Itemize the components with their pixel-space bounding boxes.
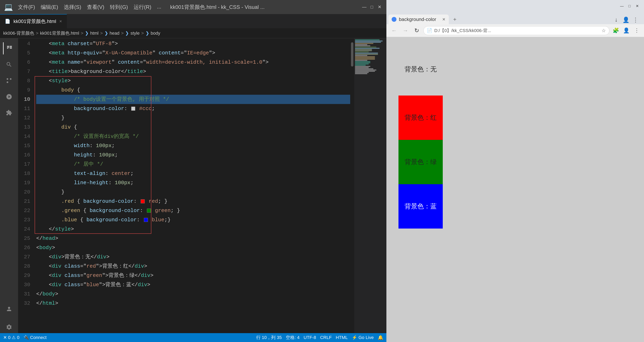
code-line-29: <div class="green">背景色：绿</div> [36, 271, 350, 280]
no-bg-label: 背景色：无 [404, 65, 437, 74]
code-line-8: <style> [36, 76, 350, 85]
browser-address-bar[interactable]: 📄 D:/【0】/kk_CSS/kk006-背... ☆ [424, 26, 610, 35]
breadcrumb-sep-2: > [81, 31, 83, 36]
spaces-text: 空格: 4 [286, 334, 300, 340]
browser-favicon [392, 17, 396, 22]
activity-account-icon[interactable] [3, 303, 15, 315]
menu-select[interactable]: 选择(S) [64, 4, 81, 11]
menu-file[interactable]: 文件(F) [18, 4, 35, 11]
menu-view[interactable]: 查看(V) [87, 4, 104, 11]
code-line-26: <body> [36, 243, 350, 252]
status-spaces[interactable]: 空格: 4 [286, 334, 300, 340]
status-connect[interactable]: 🔌 Connect [24, 335, 47, 340]
browser-refresh-button[interactable]: ↻ [412, 26, 421, 35]
browser-minimize-button[interactable]: — [619, 3, 625, 9]
browser-forward-button[interactable]: → [401, 26, 410, 35]
window-controls: — □ ✕ [362, 4, 382, 10]
activity-debug-icon[interactable] [3, 91, 15, 103]
code-line-23: .blue { background-color: blue;} [36, 215, 350, 225]
line-numbers: 4 5 6 7 8 9 10 11 12 13 14 15 16 17 18 1… [18, 38, 34, 333]
code-line-5: <meta http-equiv="X-UA-Compatible" conte… [36, 48, 350, 58]
activity-extensions-icon[interactable] [3, 107, 15, 119]
browser-tab-bar: background-color ✕ + ↓ 👤 ⋮ [386, 12, 644, 24]
breadcrumb-head-icon: ❯ [104, 31, 108, 36]
breadcrumb-sep-3: > [100, 31, 103, 36]
editor-tab-active[interactable]: 📄 kk001背景颜色.html × [0, 14, 67, 28]
code-line-22: .green { background-color: green; } [36, 206, 350, 215]
browser-close-button[interactable]: ✕ [634, 3, 640, 9]
browser-maximize-button[interactable]: □ [627, 3, 632, 9]
status-errors[interactable]: ✕ 0 ⚠ 0 [3, 335, 20, 340]
connect-label: Connect [30, 335, 47, 340]
editor-area: 4 5 6 7 8 9 10 11 12 13 14 15 16 17 18 1… [0, 38, 386, 333]
activity-explorer-icon[interactable] [3, 42, 15, 54]
window-minimize-button[interactable]: — [362, 4, 367, 10]
browser-tab-close-button[interactable]: ✕ [442, 17, 446, 22]
code-line-16: height: 100px; [36, 150, 350, 160]
preview-div-no-bg: 背景色：无 [398, 47, 443, 91]
vertical-scrollbar[interactable] [350, 38, 354, 333]
code-line-11: background-color: #ccc; [36, 104, 350, 113]
window-close-button[interactable]: ✕ [377, 4, 382, 10]
go-live-text: ⚡ Go Live [352, 335, 374, 340]
browser-down-arrow[interactable]: ↓ [612, 15, 621, 24]
code-line-31: </body> [36, 289, 350, 299]
breadcrumb-html[interactable]: html [90, 31, 98, 36]
error-count: 0 [8, 335, 10, 340]
window-title: kk001背景颜色.html - kk_CSS - Visual ... [170, 4, 265, 11]
code-line-32: </html> [36, 299, 350, 308]
code-editor[interactable]: 4 5 6 7 8 9 10 11 12 13 14 15 16 17 18 1… [18, 38, 386, 333]
breadcrumb-html-icon: ❯ [85, 31, 88, 36]
browser-user-icon[interactable]: 👤 [622, 15, 630, 24]
menu-goto[interactable]: 转到(G) [110, 4, 128, 11]
svg-point-3 [392, 17, 396, 21]
browser-new-tab-button[interactable]: + [450, 15, 460, 24]
code-line-9: body { [36, 85, 350, 95]
menu-run[interactable]: 运行(R) [134, 4, 151, 11]
menu-more[interactable]: ... [157, 4, 162, 11]
breadcrumb-body-icon: ❯ [146, 31, 149, 36]
code-line-12: } [36, 113, 350, 122]
address-text: D:/【0】/kk_CSS/kk006-背... [434, 28, 600, 34]
breadcrumb-file[interactable]: kk001背景颜色.html [40, 30, 79, 36]
code-line-27: <div>背景色：无</div> [36, 252, 350, 262]
activity-scm-icon[interactable] [3, 75, 15, 87]
browser-window: — □ ✕ background-color ✕ + ↓ 👤 ⋮ [386, 0, 644, 342]
title-bar: 💻 文件(F) 编辑(E) 选择(S) 查看(V) 转到(G) 运行(R) ..… [0, 0, 386, 14]
browser-settings-button[interactable]: ⋮ [633, 27, 641, 35]
green-label: 背景色：绿 [404, 157, 437, 166]
line-ending-text: CRLF [320, 335, 332, 340]
browser-menu-button[interactable]: ⋮ [631, 15, 640, 24]
activity-bar [0, 38, 18, 333]
code-line-20: } [36, 188, 350, 197]
tab-file-icon: 📄 [5, 19, 10, 24]
breadcrumb-folder[interactable]: kk006-背景颜色 [3, 30, 34, 36]
code-line-14: /* 设置所有div的宽高 */ [36, 132, 350, 141]
status-encoding[interactable]: UTF-8 [304, 334, 316, 340]
code-line-4: <meta charset="UTF-8"> [36, 39, 350, 48]
breadcrumb-style[interactable]: style [130, 31, 140, 36]
status-language[interactable]: HTML [336, 334, 348, 340]
code-line-10: /* body设置一个背景色, 用于对照 */ [36, 95, 350, 104]
status-go-live[interactable]: ⚡ Go Live [352, 334, 374, 340]
status-line-ending[interactable]: CRLF [320, 334, 332, 340]
bookmark-icon[interactable]: ☆ [602, 28, 606, 34]
breadcrumb-body[interactable]: body [151, 31, 160, 36]
breadcrumb-head[interactable]: head [110, 31, 120, 36]
browser-back-button[interactable]: ← [390, 26, 398, 35]
code-line-6: <meta name="viewport" content="width=dev… [36, 58, 350, 67]
status-notification-icon[interactable]: 🔔 [378, 334, 383, 340]
browser-extensions-button[interactable]: 🧩 [612, 27, 620, 35]
status-line-col[interactable]: 行 10，列 35 [256, 334, 282, 340]
window-maximize-button[interactable]: □ [369, 4, 375, 10]
activity-search-icon[interactable] [3, 58, 15, 71]
browser-chrome: — □ ✕ background-color ✕ + ↓ 👤 ⋮ [386, 0, 644, 37]
activity-settings-icon[interactable] [3, 321, 15, 333]
tab-close-button[interactable]: × [59, 19, 62, 24]
code-line-25: </head> [36, 234, 350, 243]
browser-tab-active[interactable]: background-color ✕ [388, 15, 449, 24]
menu-edit[interactable]: 编辑(E) [41, 4, 58, 11]
browser-profile-button[interactable]: 👤 [622, 27, 630, 35]
code-lines: <meta charset="UTF-8"> <meta http-equiv=… [34, 38, 350, 333]
code-line-21: .red { background-color: red; } [36, 197, 350, 206]
